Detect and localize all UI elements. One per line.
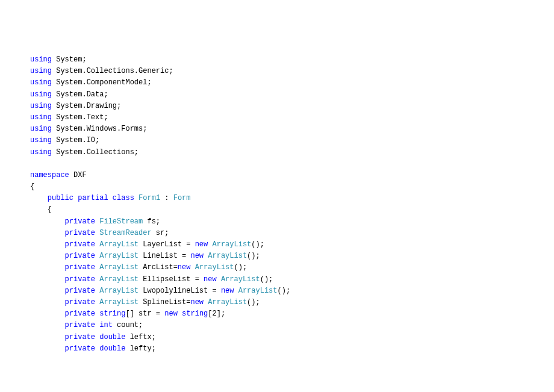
indent	[30, 263, 65, 272]
keyword: public	[48, 194, 73, 202]
keyword: using	[30, 113, 52, 122]
keyword: new	[164, 310, 178, 318]
var: LineList =	[138, 252, 190, 260]
text	[190, 263, 195, 272]
namespace-ref: System	[56, 55, 82, 64]
type: StreamReader	[99, 229, 151, 237]
indent	[30, 205, 48, 214]
keyword: class	[113, 194, 134, 202]
indent	[30, 333, 65, 341]
indent	[30, 344, 65, 353]
type: ArrayList	[212, 240, 251, 249]
keyword: double	[99, 333, 125, 341]
semicolon: ;	[147, 78, 151, 87]
type: ArrayList	[238, 287, 278, 295]
ctor: ();	[247, 298, 260, 306]
namespace-ref: System.ComponentModel	[56, 78, 147, 87]
semicolon: ;	[169, 67, 173, 75]
semicolon: ;	[117, 102, 121, 110]
type: ArrayList	[99, 263, 138, 272]
namespace-name: DXF	[69, 171, 87, 179]
ctor: ();	[251, 240, 264, 249]
var: sr;	[152, 229, 169, 237]
var: leftx;	[125, 333, 155, 341]
type: ArrayList	[208, 252, 247, 260]
namespace-ref: System.Collections.Generic	[56, 67, 169, 75]
text	[108, 194, 113, 202]
keyword: using	[30, 55, 52, 64]
indent	[30, 252, 65, 260]
ctor: ();	[278, 287, 291, 295]
keyword: private	[65, 275, 95, 284]
text	[178, 310, 182, 318]
indent	[30, 321, 65, 329]
keyword: new	[190, 298, 204, 306]
type: ArrayList	[99, 240, 138, 249]
indent	[30, 240, 65, 249]
type: ArrayList	[195, 263, 234, 272]
indent	[30, 194, 48, 202]
namespace-ref: System.Drawing	[56, 102, 117, 110]
semicolon: ;	[143, 125, 147, 133]
semicolon: ;	[104, 113, 108, 122]
keyword: using	[30, 90, 52, 99]
namespace-ref: System.IO	[56, 136, 95, 145]
keyword: double	[99, 344, 125, 353]
type: ArrayList	[99, 275, 138, 284]
type: ArrayList	[99, 252, 138, 260]
indent	[30, 229, 65, 237]
type: ArrayList	[99, 287, 138, 295]
var: ArcList=	[138, 263, 178, 272]
keyword: using	[30, 67, 52, 75]
keyword: private	[65, 344, 95, 353]
keyword: private	[65, 321, 95, 329]
keyword: using	[30, 125, 52, 133]
brace: {	[30, 182, 34, 191]
class-name: Form1	[138, 194, 160, 202]
ctor: ();	[234, 263, 247, 272]
keyword: private	[65, 298, 95, 306]
keyword: new	[178, 263, 191, 272]
semicolon: ;	[104, 90, 108, 99]
type: ArrayList	[208, 298, 247, 306]
type: FileStream	[99, 217, 143, 226]
indent	[30, 287, 65, 295]
ctor: ();	[247, 252, 260, 260]
keyword: private	[65, 310, 95, 318]
namespace-ref: System.Text	[56, 113, 104, 122]
type: ArrayList	[221, 275, 260, 284]
var: count;	[113, 321, 143, 329]
keyword: private	[65, 240, 95, 249]
var: SplineList=	[138, 298, 190, 306]
var: EllipseList =	[138, 275, 204, 284]
text	[217, 275, 221, 284]
var: LwopolylineList =	[138, 287, 221, 295]
keyword: int	[99, 321, 113, 329]
base-class: Form	[173, 194, 191, 202]
ctor: ();	[260, 275, 273, 284]
keyword: new	[221, 287, 234, 295]
indent	[30, 310, 65, 318]
semicolon: ;	[95, 136, 99, 145]
keyword: string	[182, 310, 208, 318]
var: [] str =	[125, 310, 164, 318]
keyword: namespace	[30, 171, 69, 179]
colon: :	[160, 194, 173, 202]
keyword: using	[30, 136, 52, 145]
keyword: private	[65, 252, 95, 260]
text	[234, 287, 238, 295]
var: LayerList =	[138, 240, 195, 249]
namespace-ref: System.Windows.Forms	[56, 125, 143, 133]
code-block: using System; using System.Collections.G…	[30, 54, 524, 355]
keyword: new	[204, 275, 217, 284]
keyword: using	[30, 148, 52, 157]
var: fs;	[143, 217, 160, 226]
indent	[30, 217, 65, 226]
keyword: string	[99, 310, 125, 318]
indent	[30, 298, 65, 306]
keyword: private	[65, 287, 95, 295]
brace: {	[48, 205, 52, 214]
namespace-ref: System.Collections	[56, 148, 134, 157]
semicolon: ;	[82, 55, 86, 64]
text	[134, 194, 138, 202]
